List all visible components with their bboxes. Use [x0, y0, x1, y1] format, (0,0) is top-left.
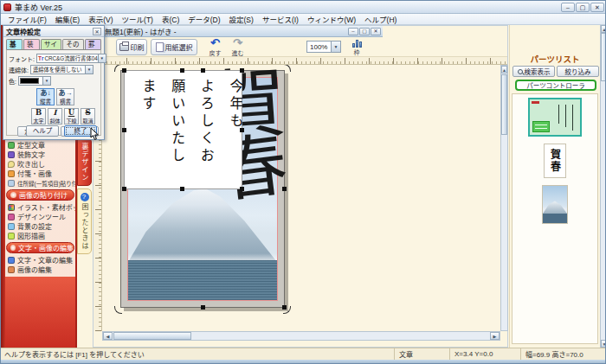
sidebar-item-background[interactable]: 背景の設定: [5, 221, 75, 231]
part-text-stroke: [558, 105, 560, 124]
panel-scrollbar[interactable]: ▲ ▼: [600, 25, 606, 348]
edit-image-icon: [8, 266, 15, 273]
color-swatch: [20, 78, 39, 84]
shapes-icon: [8, 233, 15, 239]
redo-button[interactable]: ↷ 進む: [227, 38, 248, 56]
resize-handle[interactable]: [240, 68, 244, 73]
scroll-up-icon[interactable]: ▲: [601, 25, 606, 33]
canvas[interactable]: 賀 春 今年も よろしくお 願いいたし ます: [102, 65, 500, 331]
tab-border[interactable]: 罫線: [85, 39, 101, 49]
menu-help[interactable]: ヘルプ(H): [360, 14, 401, 24]
tab-back-design[interactable]: 裏デザイン: [77, 137, 92, 186]
renmen-select[interactable]: 連綿体を使用しない ▼: [30, 65, 93, 74]
scroll-up-icon[interactable]: ▲: [501, 66, 507, 73]
tab-other[interactable]: その他: [62, 39, 84, 49]
sidebar-item-address-paste[interactable]: 住所録(一覧項目)貼り付け: [5, 178, 75, 188]
color-select[interactable]: ▼: [18, 76, 51, 86]
panel-scroll-thumb[interactable]: [601, 33, 606, 81]
scroll-left-icon[interactable]: ◀: [103, 332, 113, 340]
menu-window[interactable]: ウィンドウ(W): [303, 14, 360, 24]
speech-balloon-icon: [8, 161, 15, 168]
sidebar-item-deco-text[interactable]: 装飾文字: [5, 150, 75, 159]
sidebar-item-illust-box[interactable]: イラスト・素材ボックス: [5, 202, 75, 212]
dialog-title-bar[interactable]: 文章枠設定 ✕: [3, 26, 104, 37]
renmen-label: 連綿体:: [9, 66, 29, 74]
menu-view[interactable]: 表示(V): [84, 14, 117, 24]
sidebar-item-shapes[interactable]: 図形描画: [5, 231, 75, 240]
paper-select-button[interactable]: 用紙選択: [151, 39, 197, 55]
resize-handle[interactable]: [180, 68, 184, 73]
strikethrough-button[interactable]: S 取消: [81, 108, 95, 125]
font-select[interactable]: Tr CRC&G流麗行書体04 ▼: [36, 54, 106, 63]
part-thumbnail-gashun[interactable]: 賀春: [544, 144, 566, 178]
help-button[interactable]: ヘルプ: [26, 125, 59, 137]
menu-file[interactable]: ファイル(F): [3, 14, 51, 24]
resize-handle[interactable]: [240, 187, 244, 191]
resize-handle[interactable]: [122, 187, 126, 191]
scroll-down-icon[interactable]: ▼: [601, 340, 606, 348]
sticky-image-icon: [8, 170, 15, 177]
canvas-hscrollbar[interactable]: ◀ ▶: [102, 331, 500, 341]
sidebar-item-design-tool[interactable]: デザインツール: [5, 212, 75, 221]
doc-close-button[interactable]: ✕: [371, 28, 381, 35]
tab-size[interactable]: サイズ: [41, 39, 61, 49]
rotate-handle[interactable]: [114, 65, 122, 72]
part-thumbnail-greeting[interactable]: [528, 98, 582, 137]
part-thumbnail-fuji-photo[interactable]: [542, 185, 568, 224]
font-label: フォント:: [9, 54, 35, 63]
dialog-body: フォント: Tr CRC&G流麗行書体04 ▼ 連綿体: 連綿体を使用しない ▼…: [6, 49, 101, 136]
sidebar-item-edit-text[interactable]: 文字・文章の編集: [5, 255, 75, 265]
vertical-writing-button[interactable]: あ↓ 縦書: [36, 88, 55, 105]
search-display-button[interactable]: 検索表示: [513, 66, 555, 77]
hscroll-thumb[interactable]: [113, 332, 191, 340]
tab-basic[interactable]: 基本: [6, 39, 23, 49]
sidebar-item-sticky-image[interactable]: 付箋・画像: [5, 169, 75, 178]
minimize-button[interactable]: –: [561, 3, 575, 12]
canvas-vscrollbar[interactable]: ▲: [500, 65, 508, 331]
maximize-button[interactable]: ▢: [576, 3, 590, 12]
resize-handle[interactable]: [201, 305, 205, 310]
filter-button[interactable]: 絞り込み: [557, 66, 599, 77]
resize-handle[interactable]: [240, 128, 244, 132]
bold-button[interactable]: B 太字: [31, 108, 46, 125]
sidebar-item-template-text[interactable]: 定型文章: [5, 140, 75, 150]
underline-button[interactable]: U 下線: [64, 108, 79, 125]
print-button[interactable]: 印刷: [116, 39, 147, 55]
menu-tools[interactable]: ツール(T): [118, 14, 158, 24]
part-text-stroke: [565, 105, 567, 127]
dialog-tabs: 基本 装飾 サイズ その他 罫線: [3, 37, 104, 49]
vscroll-thumb[interactable]: [501, 74, 507, 135]
frame-tool-button[interactable]: 枠: [346, 38, 367, 56]
sidebar-item-edit-image[interactable]: 画像の編集: [5, 265, 75, 274]
resize-handle[interactable]: [282, 187, 287, 191]
italic-button[interactable]: I 斜体: [48, 108, 62, 125]
menu-edit[interactable]: 編集(E): [51, 14, 84, 24]
doc-maximize-button[interactable]: ▢: [359, 28, 370, 35]
parts-controller-button[interactable]: パーツコントローラ: [515, 80, 596, 91]
resize-handle[interactable]: [201, 68, 205, 73]
resize-handle[interactable]: [122, 68, 126, 73]
horizontal-writing-button[interactable]: あ→ 横書: [56, 88, 74, 105]
resize-handle[interactable]: [180, 187, 184, 191]
question-icon: ?: [81, 193, 89, 201]
menu-service[interactable]: サービス(I): [258, 14, 303, 24]
zoom-select[interactable]: 100% ▼: [306, 41, 341, 53]
scroll-right-icon[interactable]: ▶: [490, 332, 500, 340]
rotate-handle[interactable]: [283, 65, 291, 72]
menu-table[interactable]: 表(C): [158, 14, 184, 24]
horizontal-ruler: [102, 57, 507, 65]
sidebar-item-balloon[interactable]: 吹き出し: [5, 159, 75, 169]
close-button[interactable]: ✕: [590, 3, 604, 12]
postcard[interactable]: 賀 春 今年も よろしくお 願いいたし ます: [120, 70, 285, 308]
resize-handle[interactable]: [282, 305, 287, 310]
menu-settings[interactable]: 設定(S): [225, 14, 258, 24]
tab-help-trouble[interactable]: ? 困ったときは: [77, 188, 92, 254]
undo-button[interactable]: ↶ 戻す: [204, 38, 226, 56]
doc-minimize-button[interactable]: –: [348, 28, 358, 35]
dialog-close-icon[interactable]: ✕: [93, 28, 101, 35]
resize-handle[interactable]: [122, 128, 126, 132]
rotate-handle[interactable]: [114, 306, 122, 314]
menu-data[interactable]: データ(D): [184, 14, 224, 24]
greeting-text-frame[interactable]: 今年も よろしくお 願いいたし ます: [124, 70, 242, 189]
tab-decoration[interactable]: 装飾: [23, 39, 40, 49]
